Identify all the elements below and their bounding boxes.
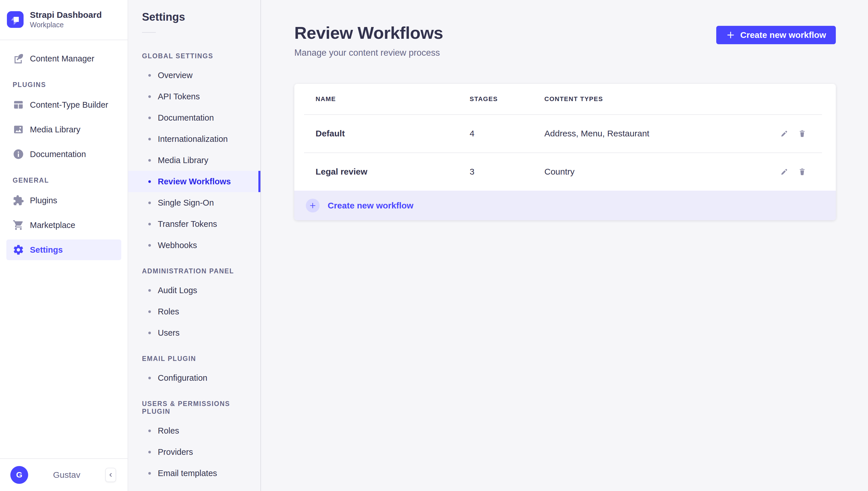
subnav-item-admin-roles[interactable]: Roles — [128, 301, 261, 322]
sidebar-item-label: Settings — [30, 245, 63, 255]
bullet-icon — [148, 331, 151, 334]
subnav-item-label: Internationalization — [158, 134, 228, 144]
info-icon — [12, 148, 24, 160]
delete-workflow-button[interactable] — [797, 167, 807, 177]
sidebar-item-label: Marketplace — [30, 221, 75, 230]
subnav-item-label: Providers — [158, 447, 193, 457]
strapi-logo-icon — [7, 11, 24, 28]
page-header-text: Review Workflows Manage your content rev… — [294, 22, 443, 59]
brand-workspace: Workplace — [30, 20, 102, 29]
bullet-icon — [148, 223, 151, 225]
feather-icon — [12, 53, 24, 64]
subnav-item-label: Single Sign-On — [158, 198, 214, 208]
create-workflow-button[interactable]: Create new workflow — [716, 26, 836, 44]
settings-subnav: Settings GLOBAL SETTINGS Overview API To… — [128, 0, 261, 491]
create-workflow-row-label: Create new workflow — [328, 201, 413, 210]
bullet-icon — [148, 377, 151, 379]
layout-icon — [12, 99, 24, 111]
bullet-icon — [148, 180, 151, 183]
subnav-item-up-roles[interactable]: Roles — [128, 420, 261, 441]
trash-icon — [798, 129, 807, 138]
plus-icon — [726, 30, 735, 40]
subnav-item-email-configuration[interactable]: Configuration — [128, 367, 261, 388]
row-actions — [753, 167, 807, 177]
subnav-header: Settings — [128, 0, 261, 33]
create-workflow-button-label: Create new workflow — [740, 30, 826, 40]
subnav-item-api-tokens[interactable]: API Tokens — [128, 86, 261, 107]
table-row-legal-review[interactable]: Legal review 3 Country — [294, 152, 836, 191]
subnav-list: GLOBAL SETTINGS Overview API Tokens Docu… — [128, 41, 261, 491]
subnav-title: Settings — [142, 10, 261, 24]
sidebar-footer: G Gustav — [0, 458, 128, 491]
sidebar-item-label: Media Library — [30, 125, 80, 134]
subnav-item-documentation[interactable]: Documentation — [128, 107, 261, 128]
subnav-section-administration-panel: ADMINISTRATION PANEL — [128, 267, 261, 275]
subnav-item-label: Transfer Tokens — [158, 220, 217, 229]
image-icon — [12, 124, 24, 135]
subnav-item-overview[interactable]: Overview — [128, 65, 261, 86]
subnav-item-admin-users[interactable]: Users — [128, 322, 261, 343]
subnav-item-label: Email templates — [158, 469, 217, 478]
workflow-stages: 4 — [470, 128, 544, 138]
subnav-item-audit-logs[interactable]: Audit Logs — [128, 280, 261, 301]
subnav-item-up-email-templates[interactable]: Email templates — [128, 463, 261, 484]
subnav-item-up-providers[interactable]: Providers — [128, 441, 261, 463]
subnav-item-single-sign-on[interactable]: Single Sign-On — [128, 192, 261, 213]
sidebar-nav: Content Manager PLUGINS Content-Type Bui… — [0, 40, 128, 458]
table-row-default[interactable]: Default 4 Address, Menu, Restaurant — [294, 114, 836, 152]
edit-workflow-button[interactable] — [780, 128, 789, 138]
bullet-icon — [148, 289, 151, 292]
cart-icon — [12, 220, 24, 231]
subnav-item-label: API Tokens — [158, 92, 200, 102]
workflow-name: Legal review — [316, 167, 470, 177]
subnav-item-up-advanced-settings[interactable]: Advanced settings — [128, 484, 261, 491]
plus-icon — [309, 202, 317, 209]
bullet-icon — [148, 451, 151, 453]
subnav-item-label: Configuration — [158, 373, 208, 383]
sidebar-item-plugins[interactable]: Plugins — [6, 190, 121, 211]
strapi-admin-app: Strapi Dashboard Workplace Content Manag… — [0, 0, 868, 491]
page-subtitle: Manage your content review process — [294, 47, 443, 59]
workspace-switcher[interactable]: Strapi Dashboard Workplace — [0, 0, 128, 40]
sidebar-item-marketplace[interactable]: Marketplace — [6, 215, 121, 235]
subnav-item-transfer-tokens[interactable]: Transfer Tokens — [128, 213, 261, 235]
bullet-icon — [148, 117, 151, 119]
subnav-item-label: Roles — [158, 426, 179, 436]
create-workflow-row[interactable]: Create new workflow — [294, 191, 836, 220]
subnav-item-label: Documentation — [158, 113, 214, 123]
subnav-item-review-workflows[interactable]: Review Workflows — [128, 171, 261, 192]
collapse-sidebar-button[interactable] — [105, 468, 116, 482]
sidebar-item-content-manager[interactable]: Content Manager — [6, 48, 121, 69]
bullet-icon — [148, 244, 151, 247]
subnav-section-users-permissions-plugin: USERS & PERMISSIONS PLUGIN — [128, 400, 261, 415]
column-header-content-types: CONTENT TYPES — [544, 95, 753, 103]
bullet-icon — [148, 472, 151, 474]
workflow-content-types: Address, Menu, Restaurant — [544, 128, 753, 138]
subnav-item-label: Review Workflows — [158, 177, 231, 186]
subnav-item-label: Users — [158, 328, 180, 338]
subnav-item-internationalization[interactable]: Internationalization — [128, 128, 261, 150]
sidebar-section-plugins: PLUGINS — [6, 81, 121, 89]
delete-workflow-button[interactable] — [797, 128, 807, 138]
user-name: Gustav — [35, 470, 98, 480]
page-header: Review Workflows Manage your content rev… — [294, 22, 836, 59]
subnav-item-label: Audit Logs — [158, 286, 197, 295]
workflow-name: Default — [316, 128, 470, 138]
subnav-item-webhooks[interactable]: Webhooks — [128, 235, 261, 256]
avatar[interactable]: G — [10, 466, 28, 484]
subnav-section-email-plugin: EMAIL PLUGIN — [128, 355, 261, 363]
edit-workflow-button[interactable] — [780, 167, 789, 177]
primary-sidebar: Strapi Dashboard Workplace Content Manag… — [0, 0, 128, 491]
brand-text: Strapi Dashboard Workplace — [30, 10, 102, 29]
subnav-item-media-library[interactable]: Media Library — [128, 150, 261, 171]
pencil-icon — [780, 129, 789, 138]
bullet-icon — [148, 95, 151, 98]
subnav-item-label: Advanced settings — [158, 490, 226, 491]
sidebar-item-documentation[interactable]: Documentation — [6, 144, 121, 165]
sidebar-item-settings[interactable]: Settings — [6, 239, 121, 260]
sidebar-item-content-type-builder[interactable]: Content-Type Builder — [6, 94, 121, 115]
workflows-table-card: NAME STAGES CONTENT TYPES Default 4 Addr… — [294, 84, 836, 220]
main-content: Review Workflows Manage your content rev… — [261, 0, 868, 491]
bullet-icon — [148, 202, 151, 204]
sidebar-item-media-library[interactable]: Media Library — [6, 119, 121, 140]
